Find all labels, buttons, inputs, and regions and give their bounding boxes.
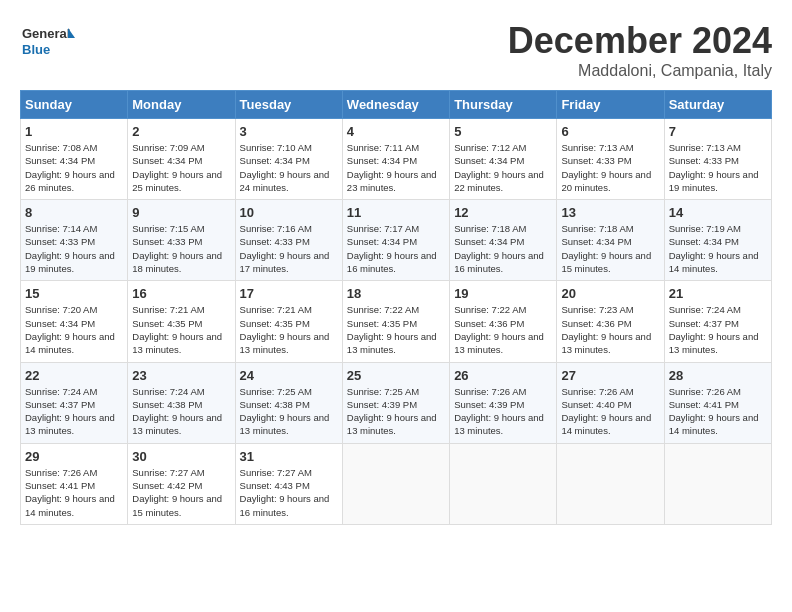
day-info: Sunrise: 7:26 AMSunset: 4:39 PMDaylight:… <box>454 385 552 438</box>
day-number: 7 <box>669 124 767 139</box>
day-info: Sunrise: 7:10 AMSunset: 4:34 PMDaylight:… <box>240 141 338 194</box>
cell-week3-day4: 19 Sunrise: 7:22 AMSunset: 4:36 PMDaylig… <box>450 281 557 362</box>
header-col-wednesday: Wednesday <box>342 91 449 119</box>
day-info: Sunrise: 7:16 AMSunset: 4:33 PMDaylight:… <box>240 222 338 275</box>
cell-week4-day6: 28 Sunrise: 7:26 AMSunset: 4:41 PMDaylig… <box>664 362 771 443</box>
day-info: Sunrise: 7:17 AMSunset: 4:34 PMDaylight:… <box>347 222 445 275</box>
cell-week1-day2: 3 Sunrise: 7:10 AMSunset: 4:34 PMDayligh… <box>235 119 342 200</box>
header-col-tuesday: Tuesday <box>235 91 342 119</box>
cell-week4-day0: 22 Sunrise: 7:24 AMSunset: 4:37 PMDaylig… <box>21 362 128 443</box>
day-number: 23 <box>132 368 230 383</box>
cell-week5-day2: 31 Sunrise: 7:27 AMSunset: 4:43 PMDaylig… <box>235 443 342 524</box>
cell-week4-day1: 23 Sunrise: 7:24 AMSunset: 4:38 PMDaylig… <box>128 362 235 443</box>
header-col-friday: Friday <box>557 91 664 119</box>
cell-week2-day0: 8 Sunrise: 7:14 AMSunset: 4:33 PMDayligh… <box>21 200 128 281</box>
header-col-saturday: Saturday <box>664 91 771 119</box>
day-number: 26 <box>454 368 552 383</box>
cell-week2-day4: 12 Sunrise: 7:18 AMSunset: 4:34 PMDaylig… <box>450 200 557 281</box>
day-info: Sunrise: 7:21 AMSunset: 4:35 PMDaylight:… <box>132 303 230 356</box>
cell-week2-day5: 13 Sunrise: 7:18 AMSunset: 4:34 PMDaylig… <box>557 200 664 281</box>
day-info: Sunrise: 7:19 AMSunset: 4:34 PMDaylight:… <box>669 222 767 275</box>
day-number: 5 <box>454 124 552 139</box>
logo: General Blue <box>20 20 75 65</box>
header-col-sunday: Sunday <box>21 91 128 119</box>
day-info: Sunrise: 7:22 AMSunset: 4:36 PMDaylight:… <box>454 303 552 356</box>
day-info: Sunrise: 7:24 AMSunset: 4:38 PMDaylight:… <box>132 385 230 438</box>
day-number: 1 <box>25 124 123 139</box>
cell-week5-day6 <box>664 443 771 524</box>
cell-week3-day6: 21 Sunrise: 7:24 AMSunset: 4:37 PMDaylig… <box>664 281 771 362</box>
day-number: 29 <box>25 449 123 464</box>
day-info: Sunrise: 7:13 AMSunset: 4:33 PMDaylight:… <box>561 141 659 194</box>
logo-svg: General Blue <box>20 20 75 65</box>
cell-week5-day0: 29 Sunrise: 7:26 AMSunset: 4:41 PMDaylig… <box>21 443 128 524</box>
day-info: Sunrise: 7:26 AMSunset: 4:41 PMDaylight:… <box>25 466 123 519</box>
cell-week1-day4: 5 Sunrise: 7:12 AMSunset: 4:34 PMDayligh… <box>450 119 557 200</box>
cell-week3-day2: 17 Sunrise: 7:21 AMSunset: 4:35 PMDaylig… <box>235 281 342 362</box>
cell-week5-day1: 30 Sunrise: 7:27 AMSunset: 4:42 PMDaylig… <box>128 443 235 524</box>
day-info: Sunrise: 7:23 AMSunset: 4:36 PMDaylight:… <box>561 303 659 356</box>
day-info: Sunrise: 7:14 AMSunset: 4:33 PMDaylight:… <box>25 222 123 275</box>
day-info: Sunrise: 7:22 AMSunset: 4:35 PMDaylight:… <box>347 303 445 356</box>
day-info: Sunrise: 7:27 AMSunset: 4:43 PMDaylight:… <box>240 466 338 519</box>
day-info: Sunrise: 7:18 AMSunset: 4:34 PMDaylight:… <box>561 222 659 275</box>
day-info: Sunrise: 7:12 AMSunset: 4:34 PMDaylight:… <box>454 141 552 194</box>
day-number: 24 <box>240 368 338 383</box>
cell-week1-day5: 6 Sunrise: 7:13 AMSunset: 4:33 PMDayligh… <box>557 119 664 200</box>
day-info: Sunrise: 7:20 AMSunset: 4:34 PMDaylight:… <box>25 303 123 356</box>
day-number: 14 <box>669 205 767 220</box>
day-info: Sunrise: 7:11 AMSunset: 4:34 PMDaylight:… <box>347 141 445 194</box>
day-info: Sunrise: 7:24 AMSunset: 4:37 PMDaylight:… <box>25 385 123 438</box>
day-number: 30 <box>132 449 230 464</box>
cell-week4-day2: 24 Sunrise: 7:25 AMSunset: 4:38 PMDaylig… <box>235 362 342 443</box>
day-info: Sunrise: 7:08 AMSunset: 4:34 PMDaylight:… <box>25 141 123 194</box>
day-info: Sunrise: 7:24 AMSunset: 4:37 PMDaylight:… <box>669 303 767 356</box>
day-number: 13 <box>561 205 659 220</box>
cell-week1-day3: 4 Sunrise: 7:11 AMSunset: 4:34 PMDayligh… <box>342 119 449 200</box>
day-number: 8 <box>25 205 123 220</box>
cell-week2-day3: 11 Sunrise: 7:17 AMSunset: 4:34 PMDaylig… <box>342 200 449 281</box>
day-number: 4 <box>347 124 445 139</box>
day-number: 20 <box>561 286 659 301</box>
day-info: Sunrise: 7:18 AMSunset: 4:34 PMDaylight:… <box>454 222 552 275</box>
cell-week2-day6: 14 Sunrise: 7:19 AMSunset: 4:34 PMDaylig… <box>664 200 771 281</box>
day-info: Sunrise: 7:09 AMSunset: 4:34 PMDaylight:… <box>132 141 230 194</box>
day-number: 19 <box>454 286 552 301</box>
location-title: Maddaloni, Campania, Italy <box>508 62 772 80</box>
day-number: 21 <box>669 286 767 301</box>
day-number: 18 <box>347 286 445 301</box>
header: General Blue December 2024 Maddaloni, Ca… <box>20 20 772 80</box>
cell-week4-day3: 25 Sunrise: 7:25 AMSunset: 4:39 PMDaylig… <box>342 362 449 443</box>
day-number: 27 <box>561 368 659 383</box>
cell-week2-day2: 10 Sunrise: 7:16 AMSunset: 4:33 PMDaylig… <box>235 200 342 281</box>
title-area: December 2024 Maddaloni, Campania, Italy <box>508 20 772 80</box>
cell-week1-day6: 7 Sunrise: 7:13 AMSunset: 4:33 PMDayligh… <box>664 119 771 200</box>
day-number: 17 <box>240 286 338 301</box>
day-number: 25 <box>347 368 445 383</box>
day-info: Sunrise: 7:25 AMSunset: 4:38 PMDaylight:… <box>240 385 338 438</box>
day-info: Sunrise: 7:21 AMSunset: 4:35 PMDaylight:… <box>240 303 338 356</box>
cell-week5-day4 <box>450 443 557 524</box>
cell-week4-day5: 27 Sunrise: 7:26 AMSunset: 4:40 PMDaylig… <box>557 362 664 443</box>
day-number: 31 <box>240 449 338 464</box>
day-number: 9 <box>132 205 230 220</box>
cell-week3-day5: 20 Sunrise: 7:23 AMSunset: 4:36 PMDaylig… <box>557 281 664 362</box>
cell-week3-day0: 15 Sunrise: 7:20 AMSunset: 4:34 PMDaylig… <box>21 281 128 362</box>
day-info: Sunrise: 7:27 AMSunset: 4:42 PMDaylight:… <box>132 466 230 519</box>
cell-week5-day5 <box>557 443 664 524</box>
day-info: Sunrise: 7:26 AMSunset: 4:41 PMDaylight:… <box>669 385 767 438</box>
day-info: Sunrise: 7:25 AMSunset: 4:39 PMDaylight:… <box>347 385 445 438</box>
day-number: 6 <box>561 124 659 139</box>
day-number: 11 <box>347 205 445 220</box>
day-info: Sunrise: 7:15 AMSunset: 4:33 PMDaylight:… <box>132 222 230 275</box>
day-info: Sunrise: 7:13 AMSunset: 4:33 PMDaylight:… <box>669 141 767 194</box>
header-col-thursday: Thursday <box>450 91 557 119</box>
calendar-table: SundayMondayTuesdayWednesdayThursdayFrid… <box>20 90 772 525</box>
day-number: 10 <box>240 205 338 220</box>
day-number: 15 <box>25 286 123 301</box>
cell-week4-day4: 26 Sunrise: 7:26 AMSunset: 4:39 PMDaylig… <box>450 362 557 443</box>
month-title: December 2024 <box>508 20 772 62</box>
day-number: 12 <box>454 205 552 220</box>
cell-week3-day1: 16 Sunrise: 7:21 AMSunset: 4:35 PMDaylig… <box>128 281 235 362</box>
cell-week1-day1: 2 Sunrise: 7:09 AMSunset: 4:34 PMDayligh… <box>128 119 235 200</box>
